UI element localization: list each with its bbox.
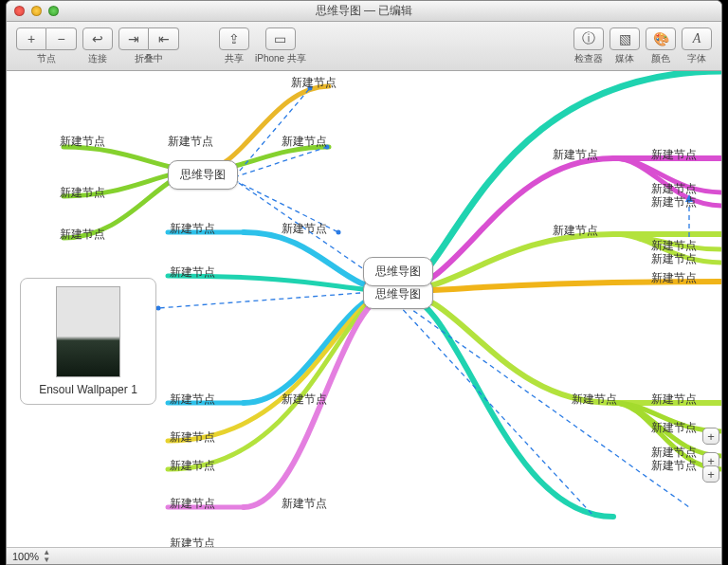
share-icon: ⇪ xyxy=(228,31,240,46)
mindmap-node[interactable]: 新建节点 xyxy=(170,264,215,281)
subroot-node[interactable]: 思维导图 xyxy=(168,160,238,190)
traffic-lights xyxy=(7,6,59,16)
mindmap-node[interactable]: 新建节点 xyxy=(170,458,215,474)
font-icon: A xyxy=(693,31,701,46)
window-title: 思维导图 — 已编辑 xyxy=(7,3,721,19)
minus-icon: − xyxy=(57,31,64,46)
mindmap-node[interactable]: 新建节点 xyxy=(60,185,105,201)
toolbar-group-color: 🎨 颜色 xyxy=(646,27,676,65)
toolbar-label-fold: 折叠中 xyxy=(135,52,163,65)
toolbar: + − 节点 ↩ 连接 ⇥ ⇤ 折叠中 ⇪ 共享 ▭ iPhone 共享 xyxy=(7,22,721,71)
palette-icon: 🎨 xyxy=(653,31,669,46)
mindmap-node[interactable]: 新建节点 xyxy=(651,392,697,408)
toolbar-group-node: + − 节点 xyxy=(16,27,77,65)
zoom-button[interactable] xyxy=(48,6,59,16)
mindmap-node[interactable]: 新建节点 xyxy=(170,536,215,547)
iphone-share-button[interactable]: ▭ xyxy=(265,27,296,50)
close-button[interactable] xyxy=(14,6,25,16)
media-button[interactable]: ▧ xyxy=(610,27,640,50)
link-button[interactable]: ↩ xyxy=(82,27,113,50)
media-thumbnail xyxy=(56,286,120,377)
mindmap-node[interactable]: 新建节点 xyxy=(170,496,215,512)
root-node-behind[interactable]: 思维导图 xyxy=(363,257,433,286)
link-icon: ↩ xyxy=(92,31,103,46)
color-button[interactable]: 🎨 xyxy=(646,27,676,50)
toolbar-label-font: 字体 xyxy=(687,52,706,65)
toolbar-label-iphone: iPhone 共享 xyxy=(255,52,306,65)
mindmap-node[interactable]: 新建节点 xyxy=(282,134,327,150)
mindmap-node[interactable]: 新建节点 xyxy=(170,221,215,237)
phone-icon: ▭ xyxy=(274,31,286,46)
media-icon: ▧ xyxy=(619,31,631,46)
mindmap-canvas[interactable]: 思维导图 思维导图 思维导图 新建节点 新建节点 新建节点 新建节点 新建节点 … xyxy=(7,71,721,547)
fold-out-icon: ⇤ xyxy=(158,31,170,46)
toolbar-label-share: 共享 xyxy=(225,52,244,65)
mindmap-node[interactable]: 新建节点 xyxy=(60,227,105,243)
mindmap-node[interactable]: 新建节点 xyxy=(168,134,213,150)
share-button[interactable]: ⇪ xyxy=(219,27,249,50)
mindmap-node[interactable]: 新建节点 xyxy=(291,75,337,91)
mindmap-node[interactable]: 新建节点 xyxy=(170,392,215,408)
toolbar-label-inspector: 检查器 xyxy=(574,52,603,65)
toolbar-label-node: 节点 xyxy=(37,52,56,65)
mindmap-node[interactable]: 新建节点 xyxy=(651,251,697,267)
minimize-button[interactable] xyxy=(31,6,42,16)
toolbar-group-fold: ⇥ ⇤ 折叠中 xyxy=(118,27,179,65)
zoom-value[interactable]: 100% xyxy=(12,551,39,562)
mindmap-node[interactable]: 新建节点 xyxy=(282,221,327,237)
toolbar-label-color: 颜色 xyxy=(651,52,670,65)
app-window: 思维导图 — 已编辑 + − 节点 ↩ 连接 ⇥ ⇤ 折叠中 ⇪ 共享 xyxy=(6,0,722,565)
toolbar-group-media: ▧ 媒体 xyxy=(610,27,640,65)
svg-point-2 xyxy=(337,230,341,235)
remove-node-button[interactable]: − xyxy=(46,27,77,50)
mindmap-node[interactable]: 新建节点 xyxy=(572,392,617,408)
zoom-stepper[interactable]: ▲▼ xyxy=(43,549,50,564)
mindmap-node[interactable]: 新建节点 xyxy=(553,147,598,163)
fold-in-icon: ⇥ xyxy=(128,31,139,46)
mindmap-node[interactable]: 新建节点 xyxy=(651,147,697,163)
mindmap-node[interactable]: 新建节点 xyxy=(553,223,598,239)
info-icon: ⓘ xyxy=(582,30,595,47)
titlebar: 思维导图 — 已编辑 xyxy=(7,1,721,22)
media-caption: Ensoul Wallpaper 1 xyxy=(28,383,148,396)
plus-icon: + xyxy=(27,31,35,46)
expand-node-button[interactable]: + xyxy=(702,465,719,483)
toolbar-group-share: ⇪ 共享 xyxy=(219,27,249,65)
mindmap-node[interactable]: 新建节点 xyxy=(651,458,697,474)
toolbar-label-link: 连接 xyxy=(88,52,107,65)
mindmap-node[interactable]: 新建节点 xyxy=(60,134,105,150)
mindmap-node[interactable]: 新建节点 xyxy=(651,270,697,286)
media-node[interactable]: Ensoul Wallpaper 1 xyxy=(20,278,156,405)
font-button[interactable]: A xyxy=(682,27,712,50)
inspector-button[interactable]: ⓘ xyxy=(573,27,604,50)
toolbar-group-iphone: ▭ iPhone 共享 xyxy=(255,27,306,65)
fold-out-button[interactable]: ⇤ xyxy=(149,27,179,50)
toolbar-group-link: ↩ 连接 xyxy=(82,27,113,65)
mindmap-node[interactable]: 新建节点 xyxy=(170,429,215,446)
add-node-button[interactable]: + xyxy=(16,27,46,50)
expand-node-button[interactable]: + xyxy=(702,428,719,445)
mindmap-node[interactable]: 新建节点 xyxy=(651,420,697,436)
mindmap-node[interactable]: 新建节点 xyxy=(282,496,327,512)
toolbar-group-font: A 字体 xyxy=(682,27,712,65)
toolbar-label-media: 媒体 xyxy=(615,52,634,65)
mindmap-node[interactable]: 新建节点 xyxy=(282,392,327,408)
svg-point-4 xyxy=(156,306,161,311)
mindmap-node[interactable]: 新建节点 xyxy=(651,194,697,210)
fold-in-button[interactable]: ⇥ xyxy=(118,27,149,50)
statusbar: 100% ▲▼ xyxy=(7,547,721,564)
toolbar-group-inspector: ⓘ 检查器 xyxy=(573,27,604,65)
